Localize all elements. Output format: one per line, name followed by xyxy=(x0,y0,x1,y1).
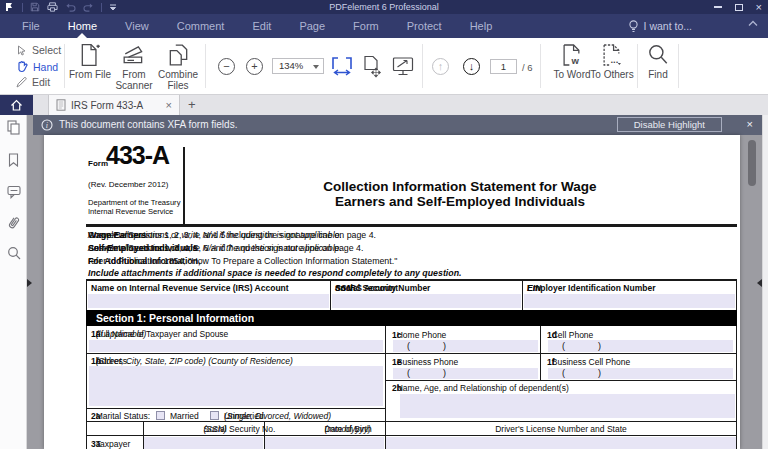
previous-page-button[interactable]: ↑ xyxy=(432,58,449,75)
close-window-button[interactable]: × xyxy=(756,1,762,13)
taxpayer-ssn-field[interactable] xyxy=(144,437,263,449)
field-1f-input[interactable]: () xyxy=(548,368,733,379)
menu-bar: File Home View Comment Edit Page Form Pr… xyxy=(0,14,768,38)
form-number: 433-A xyxy=(106,141,169,170)
window-title: PDFelement 6 Professional xyxy=(0,0,768,14)
xfa-notification-bar: i This document contains XFA form fields… xyxy=(33,115,762,135)
field-3a-label: 3a Taxpayer xyxy=(91,439,96,449)
header-rule xyxy=(86,224,737,227)
field-1a-label: 1a Full Name of Taxpayer and Spouse (if … xyxy=(91,329,96,339)
zoom-out-button[interactable]: − xyxy=(218,58,235,75)
zoom-in-button[interactable]: + xyxy=(246,58,263,75)
row-border xyxy=(86,353,737,354)
document-tab[interactable]: IRS Form 433-A × xyxy=(48,95,180,115)
menu-form[interactable]: Form xyxy=(339,14,393,38)
menu-home[interactable]: Home xyxy=(54,14,111,38)
menu-comment[interactable]: Comment xyxy=(163,14,239,38)
dropdown-caret-icon xyxy=(313,65,319,69)
ssn-account-field[interactable] xyxy=(332,294,521,308)
select-mode-button[interactable]: Select xyxy=(16,44,61,56)
fit-width-icon xyxy=(331,56,353,76)
irs-account-name-field[interactable] xyxy=(88,294,329,308)
maximize-button[interactable] xyxy=(735,4,743,11)
section1-bar: Section 1: Personal Information xyxy=(86,310,737,326)
zoom-level-dropdown[interactable]: 134% xyxy=(272,58,324,74)
thumbnails-panel-icon[interactable] xyxy=(7,120,20,135)
select-cursor-icon xyxy=(16,45,27,56)
tab-close-icon[interactable]: × xyxy=(166,100,172,110)
expand-right-panel-arrow[interactable] xyxy=(757,279,762,287)
section1-title: Section 1: Personal Information xyxy=(96,312,254,324)
ein-field[interactable] xyxy=(524,294,735,308)
menu-protect[interactable]: Protect xyxy=(393,14,456,38)
edit-mode-button[interactable]: Edit xyxy=(16,76,50,88)
svg-text:i: i xyxy=(46,121,48,130)
field-1b-input[interactable] xyxy=(89,366,383,406)
field-1c-input[interactable]: () xyxy=(393,340,538,352)
field-1a-input[interactable] xyxy=(89,340,383,352)
form-border-left xyxy=(86,279,87,449)
menu-view[interactable]: View xyxy=(111,14,163,38)
field-1d-input[interactable]: () xyxy=(548,340,733,352)
notification-close-icon[interactable]: × xyxy=(747,118,753,130)
new-tab-button[interactable]: + xyxy=(188,97,196,112)
from-file-icon xyxy=(80,43,101,67)
notification-message: This document contains XFA form fields. xyxy=(59,119,237,130)
menu-help[interactable]: Help xyxy=(456,14,507,38)
page-number-input[interactable] xyxy=(490,59,517,74)
field-2b-input[interactable] xyxy=(400,394,735,418)
unmarried-checkbox[interactable] xyxy=(210,411,219,420)
taxpayer-dl-field[interactable] xyxy=(386,437,736,449)
married-checkbox[interactable] xyxy=(156,411,165,420)
row-border xyxy=(86,435,737,436)
ribbon-toolbar: Select Hand Edit From File From Scanner … xyxy=(0,38,768,95)
row-border xyxy=(86,408,385,409)
expand-left-panel-arrow[interactable] xyxy=(27,279,32,287)
disable-highlight-button[interactable]: Disable Highlight xyxy=(617,117,722,132)
search-panel-icon[interactable] xyxy=(7,246,21,260)
form-title-line1: Collection Information Statement for Wag… xyxy=(184,179,736,194)
hand-mode-button[interactable]: Hand xyxy=(16,60,58,73)
comments-panel-icon[interactable] xyxy=(7,185,21,199)
married-label: Married xyxy=(170,411,199,421)
edit-pencil-icon xyxy=(16,77,27,88)
drivers-license-column-header: Driver's License Number and State xyxy=(385,424,737,434)
toolbar-divider xyxy=(540,44,541,88)
fit-page-button[interactable] xyxy=(363,55,383,78)
field-1e-input[interactable]: () xyxy=(393,368,538,379)
info-icon: i xyxy=(41,119,53,131)
toolbar-divider xyxy=(678,44,679,88)
department-line1: Department of the Treasury xyxy=(88,198,180,207)
find-icon xyxy=(647,43,669,67)
to-others-icon: ... xyxy=(602,43,622,67)
minimize-button[interactable] xyxy=(714,6,722,8)
vertical-scrollbar-thumb[interactable] xyxy=(748,140,756,186)
i-want-to-button[interactable]: I want to... xyxy=(628,14,692,38)
fullscreen-button[interactable] xyxy=(392,56,415,77)
column-border xyxy=(330,279,331,310)
attachments-panel-icon[interactable] xyxy=(7,215,20,231)
bookmarks-panel-icon[interactable] xyxy=(7,153,20,167)
pdf-page: Form 433-A (Rev. December 2012) Departme… xyxy=(44,135,740,449)
field-1e-label: 1e Business Phone xyxy=(392,357,397,367)
fit-width-button[interactable] xyxy=(331,56,353,76)
to-word-icon: w xyxy=(562,43,582,67)
combine-files-button[interactable]: Combine Files xyxy=(152,43,204,91)
title-bar: PDFelement 6 Professional × xyxy=(0,0,768,14)
to-others-button[interactable]: ... To Others xyxy=(586,43,638,81)
collapse-ribbon-chevron-icon[interactable] xyxy=(748,20,758,27)
right-panel-sidebar xyxy=(762,115,768,449)
next-page-button[interactable]: ↓ xyxy=(463,58,480,75)
menu-edit[interactable]: Edit xyxy=(238,14,285,38)
menu-page[interactable]: Page xyxy=(285,14,339,38)
home-button[interactable] xyxy=(0,95,33,115)
form-revision: (Rev. December 2012) xyxy=(88,180,168,189)
taxpayer-dob-field[interactable] xyxy=(265,437,384,449)
field-1f-label: 1f Business Cell Phone xyxy=(547,357,552,367)
menu-file[interactable]: File xyxy=(8,14,54,38)
irs-account-name-header: Name on Internal Revenue Service (IRS) A… xyxy=(91,283,289,293)
find-button[interactable]: Find xyxy=(632,43,684,81)
row-border xyxy=(385,380,737,381)
column-border xyxy=(522,279,523,310)
page-total-label: / 6 xyxy=(522,62,533,73)
